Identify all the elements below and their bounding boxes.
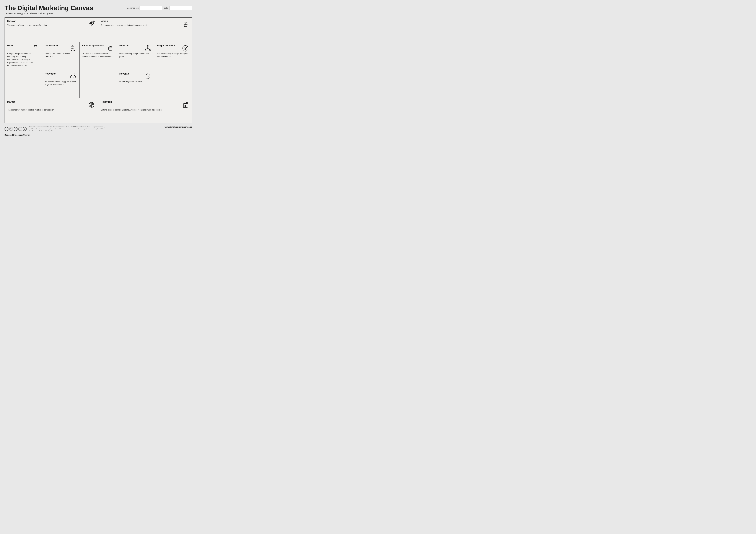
- revenue-desc: Monetizing users behavior: [120, 80, 152, 83]
- retention-icon: [181, 100, 189, 108]
- title-block: The Digital Marketing Canvas Develop a s…: [5, 5, 93, 15]
- target-audience-icon: [181, 44, 189, 52]
- activation-desc: A measurable first happy experience to g…: [44, 80, 77, 86]
- svg-line-36: [146, 48, 147, 49]
- cell-market: Market The compan: [5, 98, 98, 122]
- cc-license-icons: cc BY NC ⟳ ⓘ: [5, 127, 27, 131]
- value-propositions-desc: Promise of value to be delivered : benef…: [82, 52, 114, 58]
- svg-line-20: [71, 75, 73, 78]
- date-label: Date:: [164, 7, 169, 9]
- designer-name: Jeremy Corman: [16, 134, 30, 136]
- cc-nc-icon: NC: [14, 127, 17, 131]
- svg-point-1: [91, 23, 92, 24]
- value-propositions-icon: [106, 44, 114, 52]
- date-field: Date:: [164, 6, 192, 10]
- svg-point-19: [74, 50, 75, 51]
- value-propositions-title: Value Propositions: [82, 44, 104, 47]
- designer-label: Designed by:: [5, 134, 16, 136]
- row-middle: Brand Complete expression of the company…: [5, 42, 192, 98]
- acquisition-icon: [69, 44, 77, 52]
- cell-mission: Mission The company's purpose and reason…: [5, 18, 98, 42]
- acquisition-desc: Getting visitors from scalable channels: [44, 52, 77, 58]
- svg-line-37: [148, 48, 149, 49]
- row-mission-vision: Mission The company's purpose and reason…: [5, 18, 192, 42]
- cell-referral: Referral: [117, 42, 154, 70]
- designed-for-input[interactable]: [140, 6, 162, 10]
- canvas-grid: Mission The company's purpose and reason…: [5, 17, 192, 123]
- svg-point-45: [185, 48, 186, 49]
- cell-revenue: Revenue $ Monetizing users behavior: [117, 70, 154, 98]
- target-audience-desc: The customers (existing + ideal) the com…: [157, 52, 189, 58]
- vision-desc: The company's long-term, aspirational bu…: [101, 24, 189, 27]
- cc-by-icon: BY: [9, 127, 13, 131]
- market-desc: The company's market position relative t…: [7, 108, 95, 111]
- retention-desc: Getting users to come back to to AARR se…: [101, 108, 189, 111]
- mission-icon: [88, 19, 96, 27]
- svg-line-29: [111, 47, 112, 47]
- market-icon: [88, 100, 95, 108]
- cc-icon: cc: [5, 127, 9, 131]
- page-title: The Digital Marketing Canvas: [5, 5, 93, 12]
- cc-share-icon: ⓘ: [23, 127, 27, 131]
- target-audience-title: Target Audience: [157, 44, 176, 47]
- svg-point-27: [109, 47, 111, 49]
- cc-nd-icon: ⟳: [18, 127, 22, 131]
- footer-license-text: This work is licensed under a Creative C…: [29, 126, 105, 132]
- page-header: The Digital Marketing Canvas Develop a s…: [5, 5, 192, 15]
- revenue-icon: $: [144, 72, 152, 80]
- cell-target-audience: Target Audience T: [154, 42, 192, 98]
- activation-title: Activation: [44, 72, 56, 75]
- activation-icon: [69, 72, 77, 80]
- svg-text:$: $: [147, 75, 148, 78]
- designer-credit: Designed by: Jeremy Corman: [5, 134, 105, 136]
- cell-acquisition: Acquisition: [42, 42, 79, 70]
- acquisition-title: Acquisition: [44, 44, 58, 47]
- revenue-title: Revenue: [120, 72, 130, 75]
- cell-vision: Vision The company's long-term, aspirati…: [98, 18, 192, 42]
- page-footer: cc BY NC ⟳ ⓘ This work is licensed under…: [5, 125, 192, 136]
- svg-point-34: [147, 47, 148, 49]
- svg-point-17: [71, 50, 72, 51]
- row-bottom: Market The compan: [5, 98, 192, 122]
- referral-title: Referral: [120, 44, 128, 47]
- cell-value-propositions: Value Propositions Promise of value to b…: [80, 42, 117, 98]
- vision-title: Vision: [101, 20, 189, 22]
- svg-point-21: [73, 77, 73, 78]
- designed-for-label: Designed for:: [127, 7, 139, 9]
- svg-rect-57: [185, 105, 186, 107]
- cell-brand: Brand Complete expression of the company…: [5, 42, 42, 98]
- cell-retention: Retention Getting users to come back to …: [98, 98, 192, 122]
- svg-point-31: [147, 45, 148, 46]
- header-form-fields: Designed for: Date:: [127, 6, 192, 10]
- svg-point-18: [72, 50, 73, 51]
- page-subtitle: Develop a strategy to accelerate busines…: [5, 12, 93, 15]
- designed-for-field: Designed for:: [127, 6, 162, 10]
- market-title: Market: [7, 100, 15, 103]
- date-input[interactable]: [169, 6, 192, 10]
- vision-icon: [182, 19, 190, 27]
- footer-website: www.digitalmarketingcanvas.co: [165, 126, 192, 128]
- cell-activation: Activation A measurable first happy expe…: [42, 70, 79, 98]
- mission-title: Mission: [7, 20, 95, 22]
- brand-title: Brand: [7, 44, 14, 47]
- svg-rect-4: [184, 25, 187, 27]
- mission-desc: The company's purpose and reason for bei…: [7, 24, 95, 27]
- col-acq-act: Acquisition: [42, 42, 80, 98]
- col-ref-rev: Referral: [117, 42, 154, 98]
- brand-desc: Complete expression of the company that …: [7, 52, 40, 67]
- footer-left: cc BY NC ⟳ ⓘ This work is licensed under…: [5, 126, 105, 132]
- retention-title: Retention: [101, 100, 112, 103]
- referral-icon: [144, 44, 152, 52]
- brand-icon: [32, 44, 40, 52]
- referral-desc: Users referring the product to their pee…: [120, 52, 152, 58]
- svg-point-3: [94, 21, 94, 22]
- svg-line-30: [109, 47, 109, 47]
